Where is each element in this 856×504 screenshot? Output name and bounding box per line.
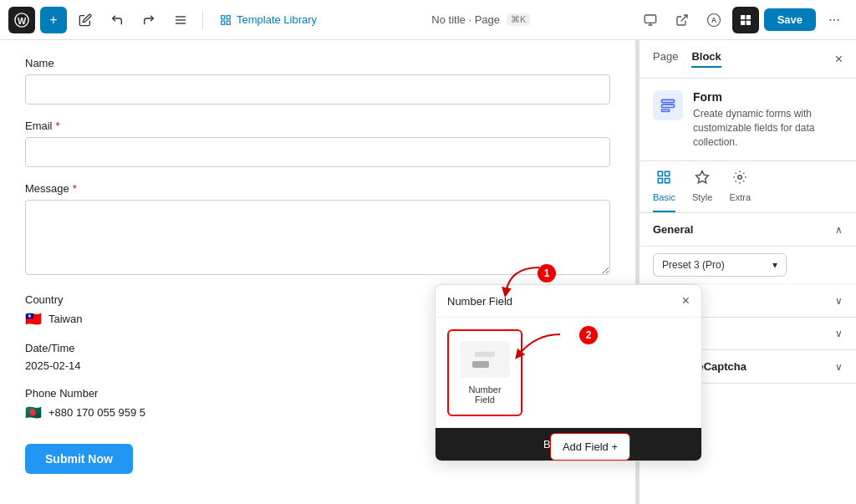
basic-icon [656, 170, 671, 189]
block-editor-button[interactable] [732, 7, 759, 33]
svg-rect-16 [746, 15, 750, 19]
svg-rect-7 [222, 21, 225, 24]
svg-rect-5 [222, 15, 225, 18]
more-options-button[interactable] [821, 7, 848, 33]
sidebar-tabs: Page Block [653, 50, 721, 68]
number-field-icon [460, 341, 510, 378]
svg-point-20 [833, 19, 835, 21]
keyboard-shortcut: ⌘K [507, 13, 530, 26]
svg-text:A: A [711, 17, 716, 24]
svg-rect-26 [665, 172, 670, 176]
number-field-popup: Number Field × Number Field Browse all [435, 284, 702, 461]
submit-button[interactable]: Submit Now [25, 444, 133, 474]
number-field-item[interactable]: Number Field [447, 329, 522, 416]
general-arrow: ∧ [835, 224, 843, 236]
block-info: Form Create dynamic forms with customiza… [639, 79, 856, 161]
external-button[interactable] [669, 7, 696, 33]
google-recaptcha-arrow: ∨ [835, 361, 843, 373]
preset-row: Preset 3 (Pro) ▾ [639, 247, 856, 284]
toolbar: W + Template Library No title · Page ⌘K … [0, 0, 856, 40]
name-field: Name [25, 57, 610, 104]
redo-button[interactable] [135, 7, 162, 33]
bangladesh-flag: 🇧🇩 [25, 405, 42, 420]
name-input[interactable] [25, 74, 610, 104]
tab-style[interactable]: Style [692, 161, 712, 212]
svg-rect-23 [662, 104, 675, 107]
svg-rect-28 [665, 179, 670, 183]
svg-rect-9 [645, 15, 655, 23]
message-label: Message * [25, 182, 610, 195]
general-section[interactable]: General ∧ [639, 213, 856, 247]
svg-rect-27 [659, 179, 663, 183]
view-button[interactable] [637, 7, 664, 33]
tab-block[interactable]: Block [691, 50, 721, 68]
svg-rect-6 [227, 15, 230, 18]
tab-basic[interactable]: Basic [653, 161, 675, 212]
svg-point-29 [738, 176, 742, 180]
page-title-area: No title · Page ⌘K [330, 13, 632, 26]
svg-rect-24 [662, 109, 670, 112]
block-name: Form [693, 90, 843, 104]
message-field: Message * [25, 182, 610, 278]
svg-point-19 [829, 19, 831, 21]
sidebar-close-button[interactable]: × [835, 52, 843, 67]
section2-arrow: ∨ [835, 295, 843, 307]
svg-rect-30 [475, 352, 495, 357]
tab-extra[interactable]: Extra [729, 161, 751, 212]
popup-header: Number Field × [436, 285, 701, 318]
taiwan-flag: 🇹🇼 [25, 311, 42, 327]
undo-button[interactable] [104, 7, 130, 33]
preset-chevron: ▾ [772, 259, 777, 271]
edit-button[interactable] [72, 7, 99, 33]
tab-page[interactable]: Page [653, 50, 678, 68]
message-textarea[interactable] [25, 200, 610, 275]
email-label: Email * [25, 120, 610, 132]
svg-rect-15 [741, 15, 745, 19]
svg-rect-31 [472, 361, 489, 368]
svg-rect-18 [746, 20, 750, 24]
wp-logo: W [8, 7, 35, 33]
svg-text:W: W [18, 15, 27, 25]
style-icon [695, 170, 710, 189]
toolbar-divider [202, 10, 203, 30]
preset-select[interactable]: Preset 3 (Pro) ▾ [653, 253, 787, 277]
email-input[interactable] [25, 137, 610, 167]
block-desc: Create dynamic forms with customizable f… [693, 107, 843, 149]
form-block-icon [653, 90, 683, 120]
sidebar-sub-tabs: Basic Style Extra [639, 161, 856, 213]
email-field: Email * [25, 120, 610, 167]
svg-rect-8 [227, 21, 230, 24]
extra-icon [732, 170, 747, 189]
popup-close-button[interactable]: × [682, 293, 690, 308]
tools-button[interactable] [167, 7, 194, 33]
svg-line-12 [680, 15, 686, 21]
number-field-label: Number Field [459, 384, 511, 405]
toolbar-right: A Save [637, 7, 848, 33]
template-library-button[interactable]: Template Library [211, 8, 325, 31]
main-area: Name Email * Message * Country [0, 40, 856, 504]
general-title: General [653, 223, 693, 236]
svg-rect-22 [662, 99, 675, 102]
block-info-text: Form Create dynamic forms with customiza… [693, 90, 843, 149]
popup-body: Number Field [436, 318, 701, 428]
svg-point-21 [838, 19, 839, 21]
save-button[interactable]: Save [764, 8, 816, 31]
browse-all-button[interactable]: Browse all [436, 428, 701, 461]
name-label: Name [25, 57, 610, 69]
astra-button[interactable]: A [701, 7, 727, 33]
svg-rect-17 [741, 20, 745, 24]
sidebar-header: Page Block × [639, 40, 856, 79]
section3-arrow: ∨ [835, 328, 843, 339]
add-button[interactable]: + [40, 7, 67, 33]
svg-rect-25 [659, 172, 663, 176]
